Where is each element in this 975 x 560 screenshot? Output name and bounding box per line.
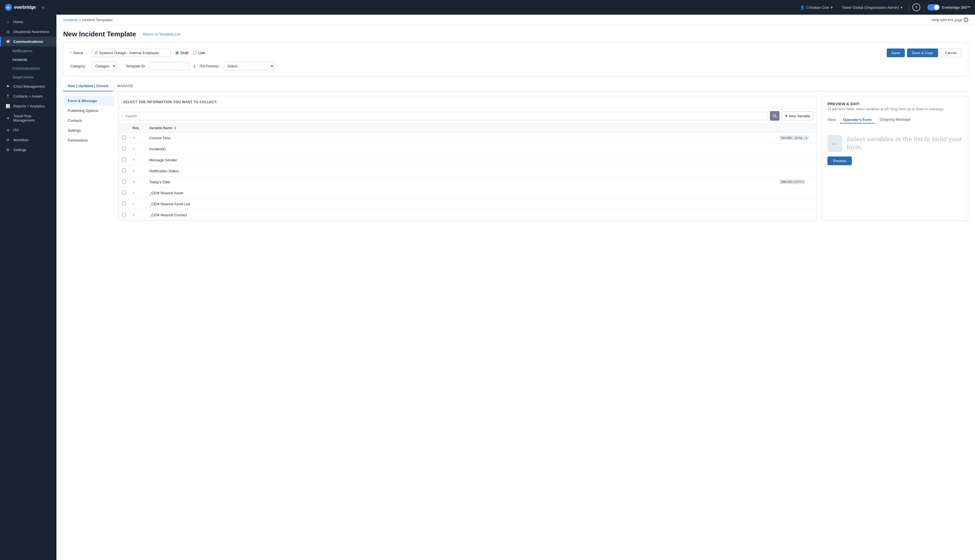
left-navigation: Form & Message Publishing Options Contac… <box>63 96 114 221</box>
variables-table-header: Req Variable Name ℹ <box>119 124 817 133</box>
view-label: View: <box>828 118 836 122</box>
var-checkbox-cem-nearest-asset-list[interactable] <box>122 202 126 205</box>
variable-name-column-header: Variable Name ℹ <box>149 126 780 130</box>
var-badge-todays-date[interactable]: MM-DD-YYYY ▾ <box>780 180 805 184</box>
category-select[interactable]: Outages <box>92 62 117 70</box>
search-button[interactable] <box>770 111 780 121</box>
drag-handle-todays-date[interactable]: + <box>132 179 135 184</box>
svg-text:eb: eb <box>7 6 10 9</box>
var-name-notification-status: Notification Status <box>149 169 780 173</box>
left-nav-form-message[interactable]: Form & Message <box>63 96 114 106</box>
drag-handle-message-sender[interactable]: + <box>132 157 135 162</box>
page-header: New Incident Template Return to Template… <box>57 25 975 38</box>
app-logo[interactable]: eb everbridge <box>5 3 36 11</box>
left-nav-publishing-options[interactable]: Publishing Options <box>63 106 114 116</box>
nav-collapse-button[interactable]: « <box>39 3 47 11</box>
drag-handle-notification-status[interactable]: + <box>132 168 135 173</box>
var-checkbox-cem-nearest-asset[interactable] <box>122 191 126 195</box>
home-icon: ⌂ <box>5 20 10 24</box>
sidebar-sub-item-notifications[interactable]: Notifications <box>0 47 57 55</box>
var-checkbox-cem-nearest-contact[interactable] <box>122 213 126 217</box>
user-icon: 👤 <box>800 5 805 10</box>
toggle-switch[interactable] <box>927 4 940 10</box>
var-row-message-sender: + Message Sender <box>119 155 817 165</box>
help-button[interactable]: ? <box>912 3 920 11</box>
var-checkbox-current-time[interactable] <box>122 136 126 140</box>
ita-process-select[interactable]: Select... <box>224 62 274 70</box>
var-checkbox-message-sender[interactable] <box>122 158 126 162</box>
var-badge-current-time[interactable]: HH:MM - 12 ho... ▾ <box>780 136 809 140</box>
ita-process-info-icon: ℹ <box>194 64 195 68</box>
drag-handle-cem-nearest-asset-list[interactable]: + <box>132 201 135 206</box>
template-id-input[interactable] <box>150 62 189 70</box>
sidebar-item-crisis-management[interactable]: ⚑ Crisis Management <box>0 82 57 92</box>
draft-radio[interactable]: Draft <box>175 51 189 55</box>
var-row-cem-nearest-contact: + _CEM Nearest Contact <box>119 210 817 220</box>
draft-radio-input[interactable] <box>175 51 179 55</box>
save-copy-button[interactable]: Save & Copy <box>907 48 938 57</box>
tab-new-updated-closed[interactable]: New | Updated | Closed <box>63 81 113 92</box>
variables-section-title: SELECT THE INFORMATION YOU WANT TO COLLE… <box>119 96 817 108</box>
drag-handle-cem-nearest-asset[interactable]: + <box>132 190 135 195</box>
help-with-page[interactable]: Help with this page ? <box>932 17 968 22</box>
var-row-incident-id: + IncidentID <box>119 143 817 155</box>
save-button[interactable]: Save <box>887 48 905 57</box>
sidebar-item-settings[interactable]: ⚙ Settings <box>0 145 57 155</box>
drag-handle-current-time[interactable]: + <box>132 135 135 140</box>
sidebar-item-home[interactable]: ⌂ Home <box>0 17 57 27</box>
breadcrumb-parent[interactable]: Incidents <box>63 18 78 22</box>
sidebar: ⌂ Home ◎ Situational Awareness 📢 Communi… <box>0 15 57 560</box>
live-radio[interactable]: Live <box>193 51 205 55</box>
sidebar-item-communications[interactable]: 📢 Communications <box>0 37 57 47</box>
sidebar-item-reports-analytics[interactable]: 📊 Reports + Analytics <box>0 101 57 111</box>
req-column-header: Req <box>132 126 149 130</box>
form-panel: * Name Draft Live Save Save & C <box>63 43 968 77</box>
cancel-button[interactable]: Cancel <box>940 48 961 57</box>
var-row-cem-nearest-asset: + _CEM Nearest Asset <box>119 188 817 198</box>
var-name-current-time: Current Time <box>149 136 780 140</box>
var-checkbox-notification-status[interactable] <box>122 168 126 173</box>
var-name-message-sender: Message Sender <box>149 158 780 162</box>
arrow-left-icon: ← <box>828 135 842 152</box>
sidebar-sub-item-communications[interactable]: Communications <box>0 64 57 73</box>
sidebar-item-contacts-assets[interactable]: 📍 Contacts + Assets <box>0 92 57 101</box>
var-checkbox-incident-id[interactable] <box>122 147 126 150</box>
drag-handle-cem-nearest-contact[interactable]: + <box>132 212 135 217</box>
sidebar-item-workflow[interactable]: ⟳ Workflow <box>0 135 57 145</box>
sidebar-sub-item-incidents[interactable]: Incidents <box>0 55 57 64</box>
category-label: Category <box>70 64 87 68</box>
sidebar-item-ita[interactable]: ≋ ITA <box>0 125 57 135</box>
var-name-todays-date: Today's Date <box>149 180 780 184</box>
left-nav-settings[interactable]: Settings <box>63 125 114 135</box>
name-input[interactable] <box>92 49 171 57</box>
sidebar-item-situational-awareness[interactable]: ◎ Situational Awareness <box>0 27 57 37</box>
preview-button[interactable]: Preview <box>828 157 852 165</box>
help-page-icon: ? <box>964 17 968 22</box>
var-checkbox-todays-date[interactable] <box>122 180 126 183</box>
live-radio-input[interactable] <box>193 51 197 55</box>
org-menu[interactable]: Tower Global (Organization Admin) ▾ <box>839 4 905 11</box>
sidebar-item-travel-risk[interactable]: ✈ Travel Risk Management <box>0 111 57 125</box>
user-menu[interactable]: 👤 Christian Cole ▾ <box>797 4 836 11</box>
breadcrumb: Incidents > Incident Templates Help with… <box>57 15 975 25</box>
new-variable-button[interactable]: + New Variable <box>782 112 813 120</box>
view-tab-outgoing-message[interactable]: Outgoing Message <box>876 116 914 124</box>
left-nav-permissions[interactable]: Permissions <box>63 135 114 145</box>
ita-process-label: ITA Process <box>199 64 219 68</box>
return-to-template-list-link[interactable]: Return to Template List <box>143 32 180 37</box>
left-nav-contacts[interactable]: Contacts <box>63 116 114 125</box>
preview-panel: PREVIEW & EDIT: To add form fields, sele… <box>821 96 968 221</box>
app-body: ⌂ Home ◎ Situational Awareness 📢 Communi… <box>0 15 975 560</box>
everbridge360-toggle[interactable]: Everbridge 360™ <box>927 4 970 10</box>
travel-risk-icon: ✈ <box>5 116 10 120</box>
variables-search-input[interactable] <box>122 112 768 120</box>
sidebar-sub-item-snapcomms[interactable]: SnapComms <box>0 73 57 82</box>
plus-icon: + <box>785 113 787 118</box>
var-name-cem-nearest-asset-list: _CEM Nearest Asset List <box>149 202 780 206</box>
main-content: Incidents > Incident Templates Help with… <box>57 15 975 560</box>
drag-handle-incident-id[interactable]: + <box>132 146 135 151</box>
required-indicator: * <box>70 51 72 55</box>
breadcrumb-current: Incident Templates <box>82 18 113 22</box>
tab-manage[interactable]: MANAGE <box>113 81 138 92</box>
view-tab-operators-form[interactable]: Operator's Form <box>840 116 875 123</box>
